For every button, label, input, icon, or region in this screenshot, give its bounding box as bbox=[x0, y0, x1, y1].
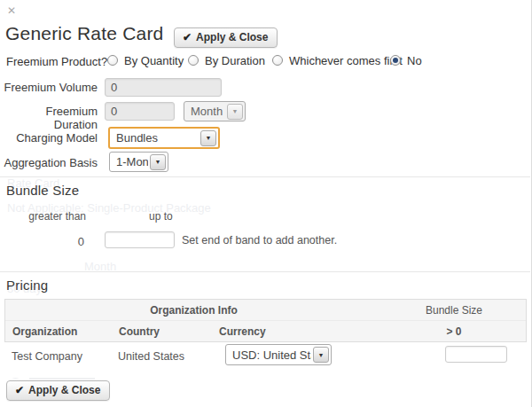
freemium-duration-input[interactable] bbox=[105, 102, 175, 121]
page-title: Generic Rate Card bbox=[5, 23, 163, 44]
apply-close-button-bottom[interactable]: ✔ Apply & Close bbox=[6, 380, 110, 401]
aggregation-basis-label: Aggregation Basis bbox=[0, 156, 98, 169]
bundle-price-cell bbox=[381, 342, 507, 363]
radio-label: By Duration bbox=[205, 54, 265, 67]
radio-label: Whichever comes first bbox=[289, 54, 403, 67]
band-hint-text: Set end of band to add another. bbox=[182, 234, 337, 247]
freemium-volume-input[interactable] bbox=[105, 78, 222, 97]
chevron-down-icon[interactable]: ▼ bbox=[150, 154, 166, 170]
radio-no[interactable]: No bbox=[390, 53, 422, 67]
pricing-table-header: Organization Info Bundle Size Organizati… bbox=[4, 299, 527, 342]
pricing-table: Organization Info Bundle Size Organizati… bbox=[4, 299, 527, 378]
freemium-product-label: Freemium Product? bbox=[6, 55, 107, 68]
organization-column-header: Organization bbox=[5, 325, 112, 338]
aggregation-basis-select[interactable]: 1-Month ▼ bbox=[109, 152, 168, 172]
check-icon: ✔ bbox=[183, 32, 192, 43]
apply-close-button-top[interactable]: ✔ Apply & Close bbox=[174, 27, 278, 48]
bundle-band-column-header: > 0 bbox=[382, 325, 526, 338]
radio-button-icon[interactable] bbox=[107, 55, 118, 66]
radio-by-quantity[interactable]: By Quantity bbox=[107, 53, 184, 67]
greater-than-label: greater than bbox=[0, 210, 86, 223]
check-icon: ✔ bbox=[15, 385, 24, 395]
country-cell: United States bbox=[111, 342, 211, 363]
select-value: Bundles bbox=[110, 131, 199, 145]
radio-label: By Quantity bbox=[124, 54, 184, 67]
charging-model-select[interactable]: Bundles ▼ bbox=[108, 127, 220, 149]
organization-cell: Test Company bbox=[4, 342, 111, 363]
select-value: Month bbox=[184, 105, 225, 118]
radio-by-duration[interactable]: By Duration bbox=[188, 53, 265, 67]
table-column-header-row: Organization Country Currency > 0 bbox=[5, 321, 526, 341]
band-end-input[interactable] bbox=[105, 231, 175, 248]
radio-whichever-comes-first[interactable]: Whichever comes first bbox=[272, 53, 403, 67]
radio-button-icon[interactable] bbox=[272, 55, 283, 66]
chevron-down-icon[interactable]: ▼ bbox=[200, 130, 216, 146]
currency-cell: USD: United States ▼ bbox=[211, 342, 381, 365]
select-value: USD: United States bbox=[226, 348, 311, 362]
bundle-price-input[interactable] bbox=[445, 346, 507, 363]
country-column-header: Country bbox=[112, 325, 212, 338]
bundle-size-heading: Bundle Size bbox=[6, 183, 79, 198]
currency-column-header: Currency bbox=[212, 325, 382, 338]
radio-label: No bbox=[407, 54, 422, 67]
generic-rate-card-panel: ✕ Generic Rate Card ✔ Apply & Close Free… bbox=[0, 0, 532, 407]
chevron-down-icon[interactable]: ▼ bbox=[227, 104, 243, 120]
table-group-header-row: Organization Info Bundle Size bbox=[5, 300, 526, 321]
section-divider bbox=[0, 176, 530, 177]
section-divider bbox=[0, 271, 530, 272]
up-to-label: up to bbox=[149, 210, 173, 223]
band-start-value: 0 bbox=[0, 235, 84, 248]
freemium-product-radio-group: Freemium Product? By Quantity By Duratio… bbox=[0, 53, 531, 69]
radio-button-selected-icon[interactable] bbox=[390, 55, 401, 66]
currency-select[interactable]: USD: United States ▼ bbox=[225, 344, 332, 365]
bundle-size-group-header: Bundle Size bbox=[382, 304, 526, 317]
radio-button-icon[interactable] bbox=[188, 55, 199, 66]
freemium-duration-label: Freemium Duration bbox=[0, 105, 98, 131]
freemium-volume-label: Freemium Volume bbox=[0, 81, 98, 94]
apply-close-label: Apply & Close bbox=[28, 384, 100, 396]
charging-model-label: Charging Model bbox=[0, 131, 98, 145]
pricing-heading: Pricing bbox=[6, 278, 48, 293]
organization-info-group-header: Organization Info bbox=[5, 304, 382, 317]
chevron-down-icon[interactable]: ▼ bbox=[313, 347, 329, 363]
table-row: Test Company United States USD: United S… bbox=[4, 342, 527, 378]
close-icon[interactable]: ✕ bbox=[7, 5, 16, 16]
freemium-duration-unit-select[interactable]: Month ▼ bbox=[184, 101, 246, 121]
select-value: 1-Month bbox=[110, 155, 148, 168]
apply-close-label: Apply & Close bbox=[196, 31, 268, 43]
